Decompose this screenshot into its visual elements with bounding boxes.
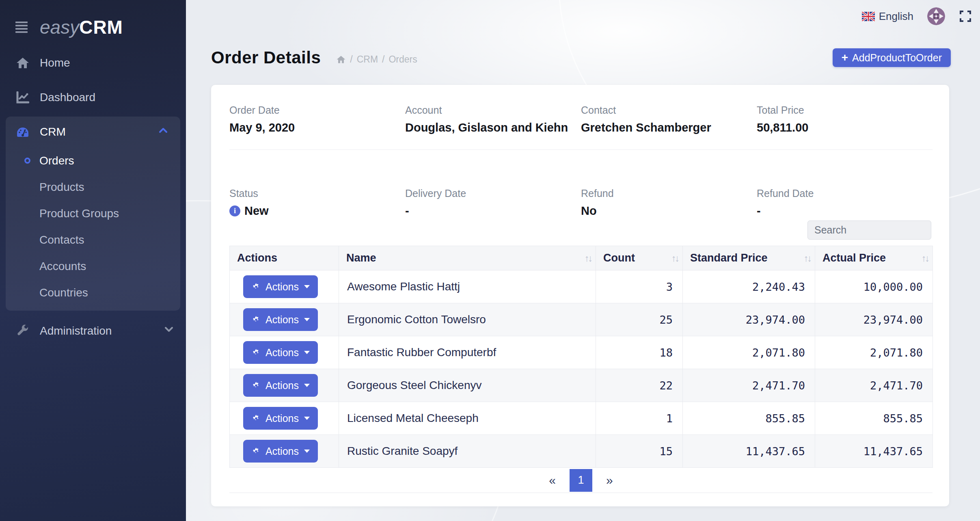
cell-name: Fantastic Rubber Computerbf: [339, 336, 596, 369]
sidebar-item-label: Administration: [40, 324, 112, 337]
sidebar-item-crm[interactable]: CRM: [6, 117, 180, 147]
sort-icon[interactable]: ↑↓: [804, 253, 811, 264]
breadcrumb-crm[interactable]: CRM: [357, 54, 378, 65]
field-label: Order Date: [229, 104, 405, 116]
row-actions-button[interactable]: Actions: [243, 341, 318, 364]
chart-line-icon: [15, 91, 30, 104]
pagination-prev[interactable]: «: [549, 473, 556, 487]
caret-down-icon: [304, 285, 310, 288]
gear-icon: [251, 446, 261, 456]
pagination-page-1[interactable]: 1: [570, 469, 592, 492]
gear-icon: [251, 282, 261, 292]
cell-standard-price: 23,974.00: [683, 303, 815, 336]
sidebar-item-label: CRM: [40, 125, 66, 138]
field-label: Status: [229, 188, 405, 199]
sidebar-item-products[interactable]: Products: [6, 174, 180, 200]
sidebar-item-label: Orders: [39, 154, 74, 167]
caret-down-icon: [304, 318, 310, 321]
table-row: Actions Ergonomic Cotton Towelsro 25 23,…: [230, 303, 933, 336]
cell-actual-price: 2,471.70: [815, 369, 933, 402]
caret-down-icon: [304, 351, 310, 354]
sidebar-item-label: Contacts: [39, 233, 84, 246]
brand-logo-crm: CRM: [79, 17, 123, 38]
order-details-card: Order Date May 9, 2020 Account Douglas, …: [211, 85, 949, 506]
tachometer-icon: [15, 126, 30, 138]
language-label: English: [879, 10, 913, 23]
row-actions-button[interactable]: Actions: [243, 440, 318, 463]
avatar[interactable]: [927, 7, 945, 25]
gear-icon: [251, 413, 261, 423]
brand-logo[interactable]: easyCRM: [40, 18, 123, 37]
sidebar-header: easyCRM: [0, 0, 186, 41]
col-standard-price[interactable]: Standard Price↑↓: [683, 246, 815, 270]
cell-standard-price: 11,437.65: [683, 435, 815, 468]
table-row: Actions Awesome Plastic Hattj 3 2,240.43…: [230, 270, 933, 303]
col-actual-price[interactable]: Actual Price↑↓: [815, 246, 933, 270]
breadcrumb-separator: /: [382, 54, 384, 65]
cell-actual-price: 11,437.65: [815, 435, 933, 468]
sidebar-item-label: Accounts: [39, 260, 86, 273]
row-actions-button[interactable]: Actions: [243, 275, 318, 298]
cell-count: 15: [596, 435, 683, 468]
col-count[interactable]: Count↑↓: [596, 246, 683, 270]
field-refund-date: Refund Date -: [757, 188, 933, 218]
table-row: Actions Licensed Metal Cheeseph 1 855.85…: [230, 402, 933, 435]
row-actions-button[interactable]: Actions: [243, 407, 318, 430]
cell-name: Gorgeous Steel Chickenyv: [339, 369, 596, 402]
info-icon[interactable]: i: [229, 205, 240, 216]
field-value: -: [757, 204, 933, 218]
cell-name: Licensed Metal Cheeseph: [339, 402, 596, 435]
breadcrumb-orders[interactable]: Orders: [389, 54, 417, 65]
sidebar-item-product-groups[interactable]: Product Groups: [6, 200, 180, 227]
field-status: Status i New: [229, 188, 405, 218]
field-contact: Contact Gretchen Schamberger: [581, 104, 757, 134]
home-icon[interactable]: [336, 55, 346, 64]
sidebar-item-contacts[interactable]: Contacts: [6, 227, 180, 253]
gear-icon: [251, 348, 261, 357]
sidebar-item-label: Products: [39, 181, 84, 194]
sidebar-item-dashboard[interactable]: Dashboard: [0, 80, 186, 115]
field-label: Account: [405, 104, 581, 116]
cell-count: 3: [596, 270, 683, 303]
cell-count: 25: [596, 303, 683, 336]
sidebar-item-administration[interactable]: Administration: [0, 313, 186, 348]
sidebar-item-home[interactable]: Home: [0, 45, 186, 80]
field-label: Contact: [581, 104, 757, 116]
sidebar-item-accounts[interactable]: Accounts: [6, 253, 180, 279]
cell-actual-price: 10,000.00: [815, 270, 933, 303]
topbar: English: [186, 0, 980, 32]
chevron-down-icon[interactable]: [165, 326, 172, 334]
caret-down-icon: [304, 450, 310, 453]
caret-down-icon: [304, 417, 310, 420]
sidebar-item-orders[interactable]: Orders: [6, 147, 180, 174]
field-refund: Refund No: [581, 188, 757, 218]
sidebar-item-countries[interactable]: Countries: [6, 279, 180, 306]
field-label: Refund Date: [757, 188, 933, 199]
menu-toggle-icon[interactable]: [15, 22, 28, 33]
sidebar-crm-group: CRM Orders Products Product Groups Conta…: [6, 117, 180, 311]
language-selector[interactable]: English: [862, 10, 913, 23]
search-input[interactable]: [807, 221, 931, 240]
chevron-up-icon[interactable]: [159, 128, 166, 135]
field-value: Gretchen Schamberger: [581, 121, 757, 134]
row-actions-button[interactable]: Actions: [243, 374, 318, 397]
plus-icon: +: [842, 52, 848, 63]
active-bullet-icon: [24, 158, 30, 164]
fullscreen-icon[interactable]: [960, 11, 971, 22]
col-name[interactable]: Name↑↓: [339, 246, 596, 270]
sort-icon[interactable]: ↑↓: [671, 253, 678, 264]
pagination-next[interactable]: »: [606, 473, 613, 487]
field-label: Total Price: [757, 104, 933, 116]
cell-name: Rustic Granite Soapyf: [339, 435, 596, 468]
products-table: Actions Name↑↓ Count↑↓ Standard Price↑↓ …: [229, 246, 933, 468]
row-actions-button[interactable]: Actions: [243, 308, 318, 331]
field-order-date: Order Date May 9, 2020: [229, 104, 405, 134]
brand-logo-easy: easy: [40, 17, 79, 38]
sort-icon[interactable]: ↑↓: [922, 253, 928, 264]
field-value: 50,811.00: [757, 121, 933, 134]
sort-icon[interactable]: ↑↓: [585, 253, 591, 264]
field-value: Douglas, Gislason and Kiehn: [405, 121, 581, 134]
add-product-to-order-button[interactable]: + AddProductToOrder: [833, 48, 951, 67]
order-info-row-2: Status i New Delivery Date - Refund No R…: [229, 188, 933, 218]
cell-standard-price: 2,071.80: [683, 336, 815, 369]
